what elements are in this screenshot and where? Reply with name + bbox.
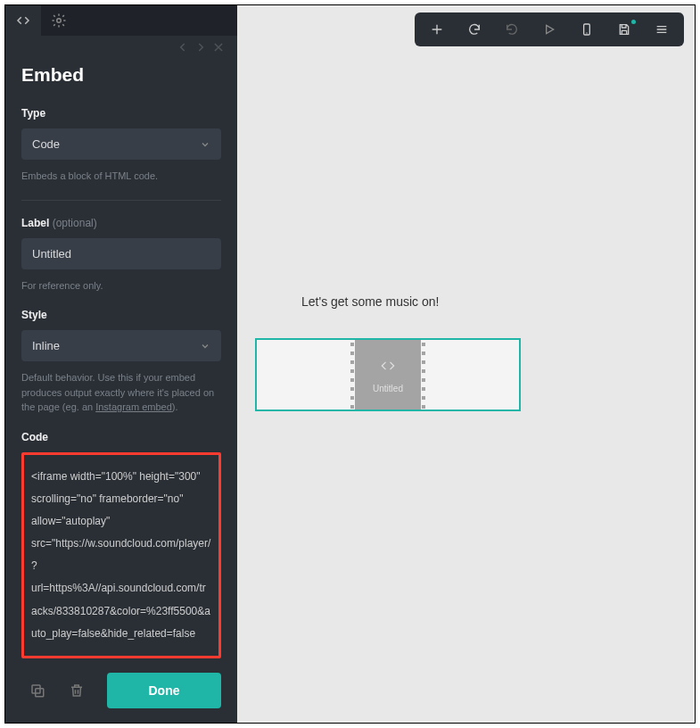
tab-code[interactable] [5, 5, 41, 36]
plus-icon [430, 22, 444, 37]
page-text: Let's get some music on! [301, 294, 439, 309]
label-input[interactable] [21, 238, 221, 269]
nav-back-icon[interactable] [177, 41, 189, 57]
svg-point-0 [57, 19, 62, 23]
label-help: For reference only. [21, 278, 221, 294]
add-button[interactable] [418, 16, 456, 43]
play-button[interactable] [531, 16, 568, 43]
type-help: Embeds a block of HTML code. [21, 169, 221, 184]
style-value: Inline [32, 339, 60, 352]
code-textarea-highlight: <iframe width="100%" height="300" scroll… [21, 452, 221, 659]
code-brackets-icon [15, 12, 31, 29]
type-select[interactable]: Code [21, 128, 221, 160]
duplicate-button[interactable] [21, 674, 54, 707]
redo-button[interactable] [493, 16, 531, 43]
done-button[interactable]: Done [107, 673, 221, 708]
svg-point-4 [586, 32, 587, 33]
sidebar: Embed Type Code Embeds a block of HTML c… [5, 5, 237, 723]
chevron-down-icon [200, 341, 210, 352]
nav-forward-icon[interactable] [194, 41, 207, 57]
label-label: Label (optional) [21, 217, 221, 229]
panel-body: Embed Type Code Embeds a block of HTML c… [5, 57, 237, 664]
play-icon [542, 22, 556, 37]
save-icon [617, 22, 631, 37]
save-button[interactable] [605, 16, 643, 43]
type-label: Type [21, 107, 221, 120]
style-label: Style [21, 309, 221, 321]
embed-label: Untitled [373, 384, 403, 393]
device-button[interactable] [568, 16, 605, 43]
code-brackets-icon [376, 357, 399, 378]
embed-placeholder: Untitled [355, 340, 421, 410]
delete-button[interactable] [61, 674, 93, 707]
embed-block[interactable]: Untitled [255, 338, 521, 411]
style-select[interactable]: Inline [21, 330, 221, 361]
panel-title: Embed [21, 64, 221, 86]
chevron-down-icon [200, 139, 210, 150]
undo-button[interactable] [456, 16, 493, 43]
hamburger-icon [655, 22, 669, 37]
code-textarea[interactable]: <iframe width="100%" height="300" scroll… [31, 466, 211, 646]
undo-icon [467, 22, 482, 37]
close-icon[interactable] [212, 41, 225, 57]
menu-button[interactable] [643, 16, 680, 43]
unsaved-dot-icon [631, 20, 636, 24]
sidebar-tabs [5, 5, 237, 36]
gear-icon [51, 12, 67, 29]
divider [21, 200, 221, 201]
panel-footer: Done [5, 664, 237, 723]
app-container: Embed Type Code Embeds a block of HTML c… [4, 4, 696, 724]
style-help: Default behavior. Use this if your embed… [21, 370, 221, 415]
instagram-embed-link[interactable]: Instagram embed [95, 401, 172, 412]
panel-nav [5, 36, 237, 57]
mobile-icon [580, 22, 594, 37]
type-value: Code [32, 137, 60, 151]
tab-settings[interactable] [41, 5, 77, 36]
redo-icon [505, 22, 519, 37]
canvas[interactable]: Let's get some music on! Untitled [237, 5, 695, 723]
trash-icon [69, 682, 85, 699]
top-toolbar [415, 12, 684, 46]
code-label: Code [21, 431, 221, 443]
duplicate-icon [29, 682, 45, 699]
